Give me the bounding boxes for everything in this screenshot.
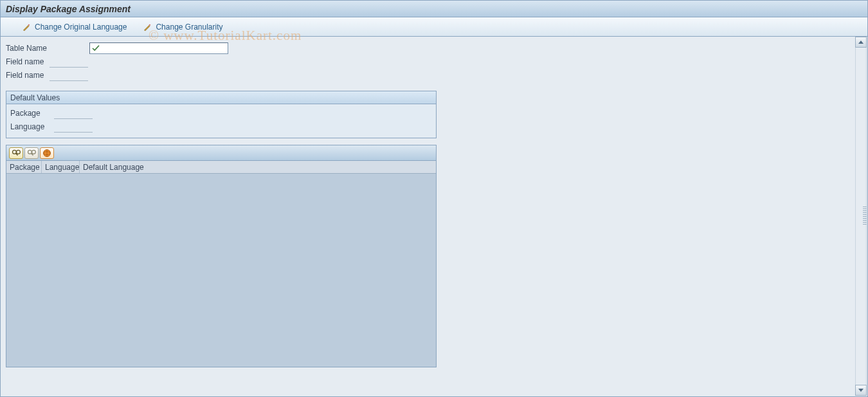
pencil-icon [23,23,32,32]
table-name-input[interactable] [89,42,228,54]
field-name-row-2: Field name [6,69,862,82]
language-input[interactable] [54,122,93,133]
globe-icon [42,149,51,158]
column-package[interactable]: Package [6,161,42,173]
table-body[interactable] [6,174,436,367]
field-name-input-1[interactable] [50,57,88,68]
field-name-row-1: Field name [6,55,862,68]
find-next-icon [27,149,36,157]
field-name-input-2[interactable] [50,70,88,81]
table-header: Package Language Default Language [6,161,436,174]
table-name-label: Table Name [6,44,89,53]
find-icon [12,149,21,157]
package-row: Package [10,107,432,120]
change-original-language-label: Change Original Language [35,23,127,32]
table-name-row: Table Name [6,42,862,55]
content-area: Table Name Field name Field name Default… [1,37,867,396]
svg-point-4 [17,150,21,154]
default-values-group: Default Values Package Language [6,91,437,138]
globe-button[interactable] [40,147,54,159]
app-window: Display Package Assignment Change Origin… [0,0,868,397]
check-icon [92,44,100,52]
package-label: Package [10,109,54,118]
page-title: Display Package Assignment [6,4,131,14]
default-values-title: Default Values [6,91,436,104]
title-bar: Display Package Assignment [1,1,867,17]
column-language[interactable]: Language [42,161,80,173]
table-toolbar [6,145,436,161]
toggle-display-change-button[interactable] [6,20,8,34]
column-default-language[interactable]: Default Language [80,161,150,173]
svg-point-7 [32,150,36,154]
package-input[interactable] [54,108,93,119]
language-row: Language [10,120,432,133]
selection-form: Table Name Field name Field name [6,42,862,82]
table-control: Package Language Default Language [6,145,437,367]
vertical-scrollbar[interactable] [855,37,867,396]
change-original-language-button[interactable]: Change Original Language [20,20,129,34]
scroll-up-button[interactable] [855,37,867,48]
scroll-down-button[interactable] [855,385,867,396]
find-button[interactable] [9,147,23,159]
application-toolbar: Change Original Language Change Granular… [1,17,867,37]
find-next-button[interactable] [24,147,39,159]
change-granularity-button[interactable]: Change Granularity [141,20,225,34]
svg-point-2 [13,150,17,154]
language-label: Language [10,122,54,131]
field-name-label-1: Field name [6,57,50,66]
default-values-body: Package Language [6,104,436,138]
svg-point-5 [28,150,32,154]
scroll-grip[interactable] [863,207,867,226]
field-name-label-2: Field name [6,71,50,80]
pencil-icon [143,23,152,32]
change-granularity-label: Change Granularity [156,23,222,32]
